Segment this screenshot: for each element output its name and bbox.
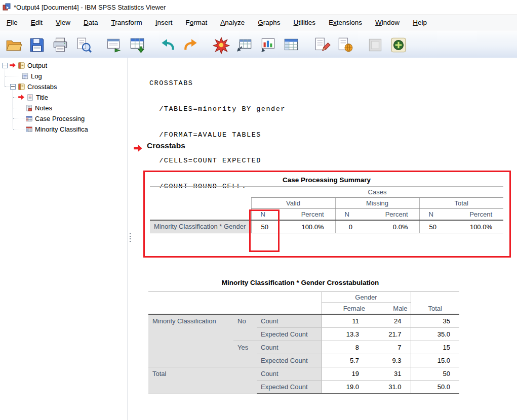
print-preview-icon [74, 36, 93, 54]
open-button[interactable] [2, 33, 25, 57]
redo-icon [182, 36, 200, 54]
edit-output-icon [312, 36, 331, 54]
menu-data[interactable]: Data [77, 16, 105, 29]
log-icon [21, 72, 29, 80]
outline-pane: Output Log Crosstabs [0, 58, 128, 420]
tree-item-minority-classification[interactable]: Minority Classifica [25, 124, 88, 134]
tree-item-output[interactable]: Output [2, 60, 47, 70]
collapse-expander[interactable] [2, 63, 8, 68]
print-preview-button[interactable] [72, 33, 95, 57]
no-label: No [233, 314, 257, 341]
save-icon [28, 36, 46, 54]
variables-icon [282, 36, 300, 54]
go-to-data-icon [128, 36, 146, 54]
crosstab-title: Minority Classification * Gender Crossta… [143, 279, 457, 286]
tree-item-log[interactable]: Log [21, 71, 42, 81]
value-cell: 9.3 [368, 354, 411, 367]
crosstabulation-table[interactable]: Gender Total Female Male Minority Classi… [148, 291, 459, 394]
tree-item-case-processing[interactable]: Case Processing [25, 113, 85, 123]
tree-connector [13, 108, 24, 108]
case-processing-title: Case Processing Summary [150, 176, 503, 184]
expected-count-label: Expected Count [257, 328, 322, 341]
tree-connector [13, 89, 13, 129]
menu-transform[interactable]: Transform [105, 16, 149, 29]
unavailable-icon [366, 36, 384, 54]
value-cell: 15.0 [411, 354, 459, 367]
value-cell: 31.0 [368, 381, 411, 394]
tree-item-notes[interactable]: Notes [25, 103, 52, 113]
output-book-icon [18, 62, 25, 69]
tree-label: Minority Classifica [35, 125, 88, 133]
go-to-case-button[interactable] [210, 33, 233, 57]
variables-button[interactable] [280, 33, 303, 57]
app-icon[interactable] [3, 3, 11, 11]
value-cell: 19 [322, 367, 368, 381]
export-button[interactable] [333, 33, 356, 57]
table-icon [25, 115, 33, 122]
menu-graphs[interactable]: Graphs [251, 16, 287, 29]
section-heading-crosstabs[interactable]: Crosstabs [147, 141, 185, 150]
case-row-label: Minority Classification * Gender [150, 220, 251, 233]
redo-button[interactable] [179, 33, 203, 57]
value-cell: 24 [368, 314, 411, 328]
total-percent-value: 100.0% [443, 220, 503, 233]
cases-header: Cases [251, 187, 503, 198]
expected-count-label: Expected Count [257, 354, 322, 367]
insert-chart-button[interactable] [256, 33, 280, 57]
tree-item-crosstabs[interactable]: Crosstabs [10, 81, 57, 92]
corner-cell [148, 292, 322, 315]
undo-button[interactable] [156, 33, 179, 57]
valid-percent-header: Percent [274, 209, 335, 221]
main-area: Output Log Crosstabs [0, 58, 517, 420]
insert-chart-icon [259, 36, 277, 54]
log-line: CROSSTABS [149, 79, 286, 88]
menu-window[interactable]: Window [369, 16, 406, 29]
save-button[interactable] [25, 33, 49, 57]
value-cell: 5.7 [322, 354, 368, 367]
edit-output-button[interactable] [310, 33, 333, 57]
tree-item-title[interactable]: Title [18, 92, 48, 102]
recall-dialogs-button[interactable] [102, 33, 126, 57]
tree-label: Log [31, 72, 42, 80]
value-cell: 35.0 [411, 328, 459, 341]
value-cell: 15 [411, 341, 459, 354]
content-pane: CROSSTABS /TABLES=minority BY gender /FO… [131, 58, 517, 420]
total-n-header: N [419, 209, 443, 221]
tree-connector [13, 129, 24, 130]
folder-open-icon [5, 36, 23, 54]
insert-table-button[interactable] [233, 33, 256, 57]
menu-utilities[interactable]: Utilities [287, 16, 323, 29]
menu-edit[interactable]: Edit [24, 16, 49, 29]
value-cell: 19.0 [322, 381, 368, 394]
valid-group-header: Valid [251, 198, 335, 209]
missing-n-value: 0 [335, 220, 359, 233]
value-cell: 31 [368, 367, 411, 381]
unavailable-button [364, 33, 387, 57]
log-line: /TABLES=minority BY gender [149, 105, 286, 113]
menu-format[interactable]: Format [179, 16, 214, 29]
menu-view[interactable]: View [49, 16, 77, 29]
menu-extensions[interactable]: Extensions [322, 16, 369, 29]
title-bar[interactable]: *Output4 [Document4] - IBM SPSS Statisti… [0, 0, 517, 15]
case-processing-table[interactable]: Cases Valid Missing Total N Percent N Pe… [150, 186, 503, 233]
menu-help[interactable]: Help [406, 16, 433, 29]
valid-n-header: N [251, 209, 274, 221]
menu-file[interactable]: File [0, 16, 24, 29]
total-column-header: Total [411, 292, 459, 315]
menu-insert[interactable]: Insert [149, 16, 179, 29]
undo-icon [158, 36, 177, 54]
tree-label: Title [36, 94, 48, 101]
menu-analyze[interactable]: Analyze [214, 16, 251, 29]
go-to-case-icon [212, 36, 230, 54]
total-row-label: Total [148, 367, 257, 394]
collapse-expander[interactable] [10, 84, 16, 90]
designate-window-button[interactable] [387, 33, 410, 57]
value-cell: 11 [322, 314, 368, 328]
missing-group-header: Missing [335, 198, 419, 209]
notes-page-icon [25, 104, 33, 112]
go-to-data-button[interactable] [126, 33, 149, 57]
title-page-icon [26, 94, 34, 101]
tree-label: Output [27, 62, 47, 69]
expected-count-label: Expected Count [257, 381, 322, 394]
print-button[interactable] [49, 33, 72, 57]
